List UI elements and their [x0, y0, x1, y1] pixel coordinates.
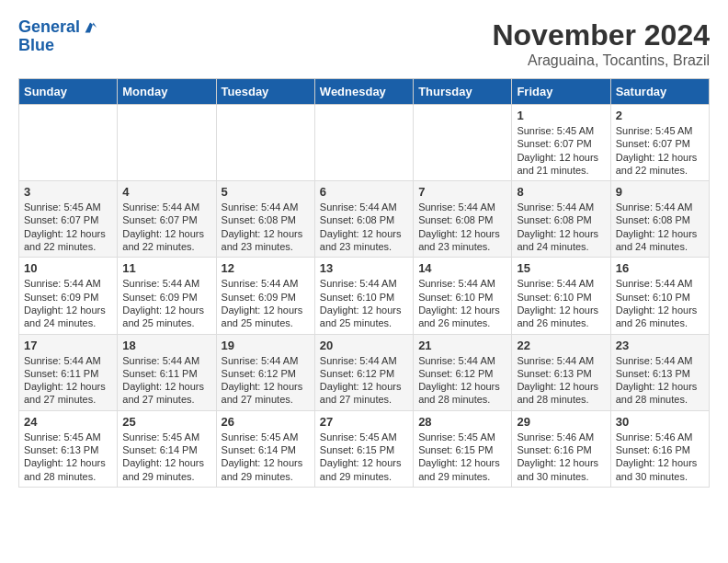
day-number: 4: [122, 185, 210, 199]
day-info: Daylight: 12 hours and 23 minutes.: [418, 227, 506, 254]
logo: General Blue: [18, 18, 98, 55]
day-info: Daylight: 12 hours and 23 minutes.: [222, 227, 310, 254]
calendar-cell: 8Sunrise: 5:44 AMSunset: 6:08 PMDaylight…: [512, 181, 610, 258]
logo-icon: [82, 19, 98, 36]
day-info: Sunset: 6:07 PM: [24, 213, 112, 226]
day-number: 13: [320, 261, 408, 275]
day-number: 21: [418, 339, 506, 352]
day-info: Daylight: 12 hours and 28 minutes.: [517, 380, 605, 407]
day-info: Daylight: 12 hours and 28 minutes.: [24, 456, 112, 483]
day-info: Daylight: 12 hours and 21 minutes.: [517, 151, 605, 178]
day-info: Daylight: 12 hours and 29 minutes.: [122, 456, 210, 483]
day-info: Daylight: 12 hours and 30 minutes.: [517, 456, 605, 483]
calendar-cell: 21Sunrise: 5:44 AMSunset: 6:12 PMDayligh…: [414, 334, 512, 410]
calendar-table: SundayMondayTuesdayWednesdayThursdayFrid…: [18, 78, 710, 488]
title-block: November 2024 Araguaina, Tocantins, Braz…: [492, 18, 710, 69]
calendar-cell: 29Sunrise: 5:46 AMSunset: 6:16 PMDayligh…: [512, 410, 610, 487]
calendar-cell: 7Sunrise: 5:44 AMSunset: 6:08 PMDaylight…: [414, 181, 512, 258]
calendar-cell: 11Sunrise: 5:44 AMSunset: 6:09 PMDayligh…: [118, 258, 216, 334]
day-info: Sunset: 6:09 PM: [24, 291, 112, 304]
day-info: Daylight: 12 hours and 26 minutes.: [517, 304, 605, 330]
day-info: Daylight: 12 hours and 27 minutes.: [222, 380, 310, 407]
day-number: 8: [517, 185, 605, 199]
calendar-cell: 18Sunrise: 5:44 AMSunset: 6:11 PMDayligh…: [118, 334, 216, 410]
day-info: Daylight: 12 hours and 25 minutes.: [222, 304, 310, 330]
calendar-cell: [216, 105, 314, 181]
day-info: Daylight: 12 hours and 26 minutes.: [616, 304, 704, 330]
day-number: 18: [122, 339, 210, 352]
day-info: Sunrise: 5:44 AM: [616, 354, 704, 367]
day-number: 1: [517, 109, 605, 122]
day-info: Sunrise: 5:45 AM: [24, 431, 112, 443]
calendar-cell: 10Sunrise: 5:44 AMSunset: 6:09 PMDayligh…: [19, 258, 118, 334]
day-number: 11: [122, 261, 210, 275]
day-info: Sunset: 6:09 PM: [222, 291, 310, 304]
day-number: 17: [24, 339, 112, 352]
day-info: Daylight: 12 hours and 29 minutes.: [320, 456, 408, 483]
day-info: Sunrise: 5:44 AM: [222, 354, 310, 367]
calendar-cell: 9Sunrise: 5:44 AMSunset: 6:08 PMDaylight…: [610, 181, 709, 258]
calendar-week-3: 10Sunrise: 5:44 AMSunset: 6:09 PMDayligh…: [19, 258, 710, 334]
day-info: Sunset: 6:13 PM: [24, 443, 112, 456]
weekday-header-row: SundayMondayTuesdayWednesdayThursdayFrid…: [19, 79, 710, 105]
calendar-cell: 6Sunrise: 5:44 AMSunset: 6:08 PMDaylight…: [314, 181, 413, 258]
weekday-header-sunday: Sunday: [19, 79, 118, 105]
day-info: Sunrise: 5:44 AM: [222, 201, 310, 213]
day-number: 10: [24, 261, 112, 275]
day-number: 26: [222, 415, 310, 429]
calendar-week-2: 3Sunrise: 5:45 AMSunset: 6:07 PMDaylight…: [19, 181, 710, 258]
calendar-cell: 22Sunrise: 5:44 AMSunset: 6:13 PMDayligh…: [512, 334, 610, 410]
day-info: Daylight: 12 hours and 24 minutes.: [616, 227, 704, 254]
day-number: 9: [616, 185, 704, 199]
day-info: Sunset: 6:12 PM: [320, 367, 408, 380]
day-number: 30: [616, 415, 704, 429]
calendar-cell: 27Sunrise: 5:45 AMSunset: 6:15 PMDayligh…: [314, 410, 413, 487]
calendar-cell: 23Sunrise: 5:44 AMSunset: 6:13 PMDayligh…: [610, 334, 709, 410]
calendar-cell: [19, 105, 118, 181]
calendar-week-1: 1Sunrise: 5:45 AMSunset: 6:07 PMDaylight…: [19, 105, 710, 181]
day-info: Sunset: 6:12 PM: [222, 367, 310, 380]
weekday-header-tuesday: Tuesday: [216, 79, 314, 105]
weekday-header-monday: Monday: [118, 79, 216, 105]
day-info: Sunset: 6:13 PM: [517, 367, 605, 380]
page-header: General Blue November 2024 Araguaina, To…: [18, 18, 710, 69]
weekday-header-friday: Friday: [512, 79, 610, 105]
calendar-cell: 20Sunrise: 5:44 AMSunset: 6:12 PMDayligh…: [314, 334, 413, 410]
day-info: Sunset: 6:07 PM: [616, 137, 704, 150]
day-info: Sunrise: 5:44 AM: [222, 277, 310, 290]
calendar-cell: 26Sunrise: 5:45 AMSunset: 6:14 PMDayligh…: [216, 410, 314, 487]
day-info: Sunrise: 5:45 AM: [320, 431, 408, 443]
day-info: Sunrise: 5:44 AM: [616, 201, 704, 213]
calendar-cell: 12Sunrise: 5:44 AMSunset: 6:09 PMDayligh…: [216, 258, 314, 334]
day-info: Sunset: 6:14 PM: [122, 443, 210, 456]
day-info: Daylight: 12 hours and 25 minutes.: [320, 304, 408, 330]
day-number: 12: [222, 261, 310, 275]
day-info: Sunset: 6:08 PM: [616, 213, 704, 226]
day-info: Sunrise: 5:44 AM: [517, 354, 605, 367]
day-number: 7: [418, 185, 506, 199]
day-info: Sunset: 6:10 PM: [418, 291, 506, 304]
day-info: Daylight: 12 hours and 30 minutes.: [616, 456, 704, 483]
day-info: Sunset: 6:12 PM: [418, 367, 506, 380]
day-info: Sunrise: 5:45 AM: [24, 201, 112, 213]
day-info: Sunset: 6:15 PM: [418, 443, 506, 456]
day-info: Sunrise: 5:44 AM: [24, 277, 112, 290]
day-info: Daylight: 12 hours and 26 minutes.: [418, 304, 506, 330]
day-info: Sunset: 6:11 PM: [24, 367, 112, 380]
day-number: 6: [320, 185, 408, 199]
calendar-cell: [414, 105, 512, 181]
day-number: 16: [616, 261, 704, 275]
weekday-header-thursday: Thursday: [414, 79, 512, 105]
day-info: Daylight: 12 hours and 23 minutes.: [320, 227, 408, 254]
day-info: Sunset: 6:09 PM: [122, 291, 210, 304]
day-info: Sunrise: 5:44 AM: [418, 201, 506, 213]
calendar-cell: 13Sunrise: 5:44 AMSunset: 6:10 PMDayligh…: [314, 258, 413, 334]
calendar-cell: 3Sunrise: 5:45 AMSunset: 6:07 PMDaylight…: [19, 181, 118, 258]
day-info: Sunset: 6:07 PM: [122, 213, 210, 226]
day-number: 28: [418, 415, 506, 429]
day-info: Sunrise: 5:44 AM: [517, 201, 605, 213]
day-info: Sunrise: 5:45 AM: [517, 124, 605, 137]
day-number: 25: [122, 415, 210, 429]
day-info: Sunset: 6:16 PM: [517, 443, 605, 456]
calendar-cell: 25Sunrise: 5:45 AMSunset: 6:14 PMDayligh…: [118, 410, 216, 487]
